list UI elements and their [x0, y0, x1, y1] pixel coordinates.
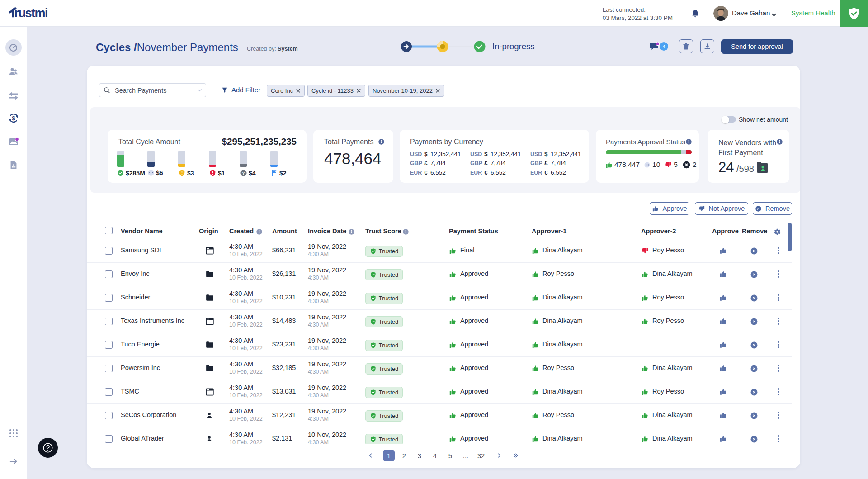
- svg-text:rustmi: rustmi: [14, 6, 48, 20]
- svg-text:?: ?: [242, 171, 245, 175]
- svg-text:$: $: [12, 115, 15, 122]
